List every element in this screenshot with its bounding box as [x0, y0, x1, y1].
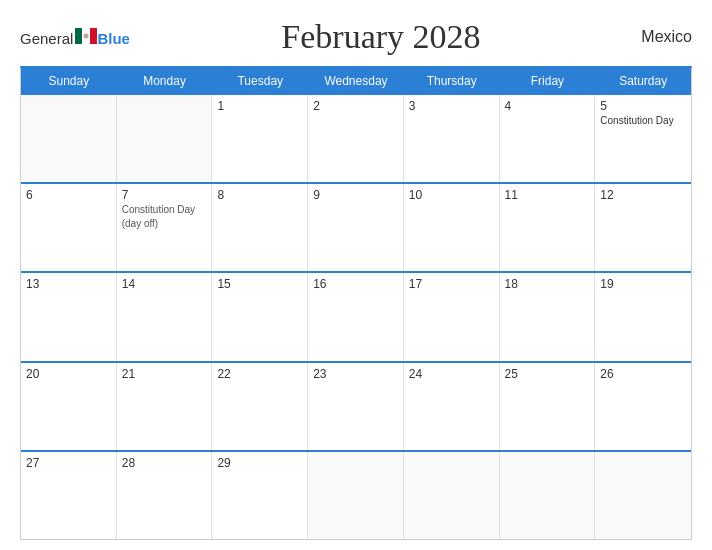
logo-general-text: General	[20, 31, 73, 46]
week-row-5: 27 28 29	[21, 450, 691, 539]
day-header-monday: Monday	[117, 69, 213, 93]
day-cell-22: 22	[212, 363, 308, 450]
day-cell-21: 21	[117, 363, 213, 450]
day-cell-empty	[21, 95, 117, 182]
week-row-2: 6 7 Constitution Day(day off) 8 9 10 11 …	[21, 182, 691, 271]
day-cell-14: 14	[117, 273, 213, 360]
day-cell-2: 2	[308, 95, 404, 182]
day-cell-20: 20	[21, 363, 117, 450]
day-cell-27: 27	[21, 452, 117, 539]
calendar: Sunday Monday Tuesday Wednesday Thursday…	[20, 66, 692, 540]
event-constitution-day-off: Constitution Day(day off)	[122, 204, 195, 229]
day-cell-17: 17	[404, 273, 500, 360]
logo: General Blue	[20, 28, 130, 46]
week-row-1: 1 2 3 4 5 Constitution Day	[21, 93, 691, 182]
day-cell-4: 4	[500, 95, 596, 182]
day-cell-3: 3	[404, 95, 500, 182]
flag-icon	[75, 28, 97, 44]
week-row-3: 13 14 15 16 17 18 19	[21, 271, 691, 360]
day-header-saturday: Saturday	[595, 69, 691, 93]
day-headers-row: Sunday Monday Tuesday Wednesday Thursday…	[21, 69, 691, 93]
day-cell-5: 5 Constitution Day	[595, 95, 691, 182]
day-header-friday: Friday	[500, 69, 596, 93]
page: General Blue February 2028 Mexico Sunday…	[0, 0, 712, 550]
day-cell-9: 9	[308, 184, 404, 271]
day-cell-12: 12	[595, 184, 691, 271]
event-constitution-day: Constitution Day	[600, 115, 673, 126]
day-cell-empty	[500, 452, 596, 539]
day-cell-29: 29	[212, 452, 308, 539]
week-row-4: 20 21 22 23 24 25 26	[21, 361, 691, 450]
day-cell-empty	[404, 452, 500, 539]
day-cell-24: 24	[404, 363, 500, 450]
day-cell-10: 10	[404, 184, 500, 271]
day-cell-empty	[117, 95, 213, 182]
day-cell-empty	[308, 452, 404, 539]
svg-rect-3	[90, 28, 97, 44]
logo-blue-text: Blue	[97, 31, 130, 46]
day-cell-empty	[595, 452, 691, 539]
day-cell-26: 26	[595, 363, 691, 450]
day-cell-6: 6	[21, 184, 117, 271]
day-cell-25: 25	[500, 363, 596, 450]
day-header-sunday: Sunday	[21, 69, 117, 93]
day-cell-11: 11	[500, 184, 596, 271]
day-cell-7: 7 Constitution Day(day off)	[117, 184, 213, 271]
weeks-container: 1 2 3 4 5 Constitution Day 6 7 Constitut…	[21, 93, 691, 539]
day-header-tuesday: Tuesday	[212, 69, 308, 93]
country-label: Mexico	[632, 28, 692, 46]
day-cell-8: 8	[212, 184, 308, 271]
day-cell-16: 16	[308, 273, 404, 360]
day-cell-13: 13	[21, 273, 117, 360]
day-cell-1: 1	[212, 95, 308, 182]
svg-rect-1	[75, 28, 82, 44]
day-cell-15: 15	[212, 273, 308, 360]
header: General Blue February 2028 Mexico	[20, 18, 692, 56]
svg-point-4	[84, 34, 89, 39]
day-cell-18: 18	[500, 273, 596, 360]
day-header-thursday: Thursday	[404, 69, 500, 93]
day-cell-23: 23	[308, 363, 404, 450]
day-cell-28: 28	[117, 452, 213, 539]
day-cell-19: 19	[595, 273, 691, 360]
day-header-wednesday: Wednesday	[308, 69, 404, 93]
calendar-title: February 2028	[130, 18, 632, 56]
